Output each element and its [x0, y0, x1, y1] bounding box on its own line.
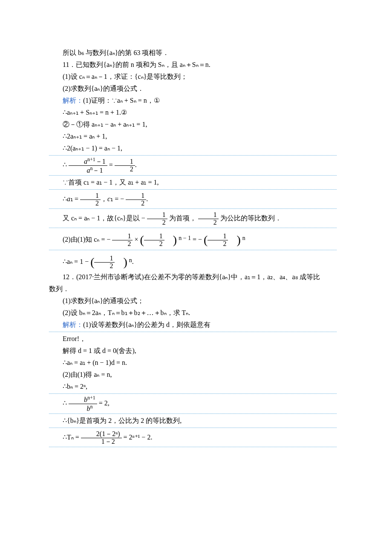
equation-line: (2)由(1)知 cₙ = − 1 2 × ( 1 2 ) n − 1 = − … — [49, 229, 337, 249]
text-line: (1)设 cₙ＝aₙ－1，求证：{cₙ}是等比数列； — [49, 71, 337, 83]
text: 为公比的等比数列． — [220, 214, 282, 222]
equation-line: ∴ an+1－1 an－1 = 1 2 . — [49, 156, 337, 174]
text: (1)证明：∵aₙ + Sₙ = n，① — [83, 97, 160, 104]
problem-11: 11．已知数列{aₙ}的前 n 项和为 Sₙ，且 aₙ＋Sₙ＝n. — [49, 59, 337, 71]
dotted-rule — [49, 428, 337, 428]
dotted-rule — [49, 413, 337, 414]
equation-line: 又 cₙ = aₙ − 1，故{cₙ}是以 − 1 2 为首项， 1 2 为公比… — [49, 210, 337, 227]
exponent: n − 1 — [179, 235, 191, 241]
fraction: 1 2 — [80, 192, 101, 207]
denominator: 2 — [115, 166, 135, 173]
numerator: 1 — [126, 192, 146, 200]
denominator: 2 — [80, 200, 101, 207]
page-content: 所以 b₆ 与数列{aₙ}的第 63 项相等． 11．已知数列{aₙ}的前 n … — [0, 0, 392, 474]
fraction: 1 2 — [112, 233, 133, 248]
fraction: 1 2 — [115, 158, 135, 173]
equation-line: ∴ bn+1 bn = 2, — [49, 395, 337, 413]
numerator: 1 — [94, 255, 115, 263]
period: . — [135, 161, 137, 168]
numerator: 1 — [80, 192, 101, 200]
paren-right-icon: ) — [173, 233, 177, 246]
problem-12: 12．(2017·兰州市诊断考试)在公差不为零的等差数列{aₙ}中，a₁＝1，a… — [49, 271, 337, 283]
equation-line: ∴a₁ = 1 2 ，c₁ = − 1 2 . — [49, 191, 337, 208]
dotted-rule — [49, 208, 337, 209]
equation-line: ∴aₙ = 1 − ( 1 2 ) n. — [49, 251, 337, 271]
dotted-rule — [49, 155, 337, 156]
numerator: 1 — [198, 211, 219, 219]
fraction: 1 2 — [147, 211, 167, 226]
paren-right-icon: ) — [123, 255, 127, 269]
sup: n+1 — [87, 395, 95, 401]
sup: n — [90, 165, 92, 171]
text-line: ∴2(aₙ₊₁ − 1) = aₙ − 1, — [49, 142, 337, 154]
error-line: Error!， — [49, 333, 337, 345]
fraction: 1 2 — [94, 255, 115, 270]
paren-left-icon: ( — [204, 233, 208, 246]
denominator: 2 — [147, 219, 167, 226]
therefore: ∴ — [63, 161, 67, 168]
numerator: 1 — [144, 233, 164, 240]
text: (1)设等差数列{aₙ}的公差为 d，则依题意有 — [83, 321, 210, 328]
text: 又 cₙ = aₙ − 1，故{cₙ}是以 − — [63, 214, 145, 222]
dotted-rule — [49, 447, 337, 447]
numerator: 1 — [208, 233, 228, 240]
solution-line: 解析：(1)证明：∵aₙ + Sₙ = n，① — [49, 95, 337, 107]
solution-line: 解析：(1)设等差数列{aₙ}的公差为 d，则依题意有 — [49, 319, 337, 331]
exponent: n — [129, 257, 132, 263]
dotted-rule — [49, 332, 337, 332]
denominator: bn — [69, 404, 97, 413]
numerator: 2(1－2ⁿ) — [81, 431, 122, 438]
dotted-rule — [49, 189, 337, 190]
text: ∴Tₙ = — [63, 434, 79, 441]
period: . — [132, 258, 134, 265]
numerator: 1 — [112, 233, 133, 240]
exponent: n — [242, 235, 245, 241]
fraction: an+1－1 an－1 — [69, 157, 107, 174]
fraction: 2(1－2ⁿ) 1－2 — [81, 431, 122, 445]
text-line: ∴2aₙ₊₁ = aₙ + 1, — [49, 130, 337, 142]
fraction: 1 2 — [198, 211, 219, 226]
text-line: ∴{bₙ}是首项为 2，公比为 2 的等比数列, — [49, 415, 337, 427]
text-line: ②－①得 aₙ₊₁ − aₙ + aₙ₊₁ = 1, — [49, 119, 337, 130]
paren-right-icon: ) — [236, 233, 240, 246]
dotted-rule — [49, 393, 337, 394]
paren-left-icon: ( — [140, 233, 144, 246]
denominator: 2 — [126, 200, 146, 207]
denominator: 2 — [198, 219, 219, 226]
dotted-rule — [49, 250, 337, 250]
numerator: an+1－1 — [69, 157, 107, 166]
text: = − — [193, 236, 202, 243]
text: ∴a₁ = — [63, 195, 80, 202]
fraction: 1 2 — [126, 192, 146, 207]
text-line: 所以 b₆ 与数列{aₙ}的第 63 项相等． — [49, 47, 337, 59]
text: ，c₁ = − — [101, 195, 126, 202]
numerator: bn+1 — [69, 395, 97, 404]
fraction: 1 2 — [144, 233, 164, 248]
denominator: 2 — [112, 240, 133, 248]
text: = 2ⁿ⁺¹ − 2. — [124, 434, 153, 441]
text: ∴aₙ = 1 − — [63, 258, 89, 265]
text: ， — [79, 335, 86, 342]
text: 为首项， — [169, 214, 196, 222]
dotted-rule — [49, 228, 337, 228]
text-line: ∵首项 c₁ = a₁ − 1，又 a₁ + a₁ = 1, — [49, 176, 337, 188]
therefore: ∴ — [63, 399, 67, 407]
text-line: 数列． — [49, 283, 337, 295]
text-line: (1)求数列{aₙ}的通项公式； — [49, 295, 337, 307]
text-line: (2)由(1)得 aₙ = n, — [49, 369, 337, 381]
fraction: bn+1 bn — [69, 395, 97, 413]
text: (2)由(1)知 cₙ = − — [63, 236, 110, 243]
analysis-label: 解析： — [63, 321, 83, 328]
text-line: ∴bₙ = 2ⁿ, — [49, 381, 337, 393]
text-line: (2)求数列{aₙ}的通项公式． — [49, 83, 337, 95]
numerator: 1 — [115, 158, 135, 166]
fraction: 1 2 — [208, 233, 228, 248]
text-line: 解得 d = 1 或 d = 0(舍去), — [49, 345, 337, 357]
denominator: an－1 — [69, 166, 107, 174]
sup: n+1 — [87, 156, 95, 162]
text-line: ∴aₙ = a₁ + (n − 1)d = n. — [49, 357, 337, 369]
denominator: 2 — [144, 240, 164, 248]
sup: n — [90, 404, 92, 410]
denominator: 2 — [94, 263, 115, 270]
dotted-rule — [49, 175, 337, 176]
